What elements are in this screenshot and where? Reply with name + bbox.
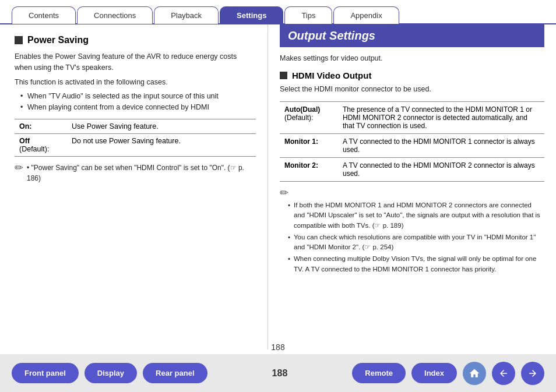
- output-settings-header: Output Settings: [280, 24, 544, 47]
- hdmi-notes: ✏ If both the HDMI MONITOR 1 and HDMI MO…: [280, 188, 544, 274]
- hdmi-table: Auto(Dual) (Default): The presence of a …: [280, 101, 544, 182]
- setting-label: Off (Default):: [15, 133, 67, 156]
- hdmi-setting-value: A TV connected to the HDMI MONITOR 1 con…: [338, 134, 544, 158]
- hdmi-video-output-title: HDMI Video Output: [280, 70, 544, 80]
- front-panel-button[interactable]: Front panel: [12, 363, 79, 383]
- setting-value: Do not use Power Saving feature.: [67, 133, 256, 156]
- main-content: Power Saving Enables the Power Saving fe…: [0, 24, 556, 349]
- tab-connections[interactable]: Connections: [77, 6, 153, 24]
- hdmi-note-item: You can check which resolutions are comp…: [288, 232, 544, 253]
- setting-value: Use Power Saving feature.: [67, 119, 256, 133]
- power-saving-intro1: Enables the Power Saving feature of the …: [15, 51, 256, 73]
- note-box: ✏ • "Power Saving" can be set when "HDMI…: [15, 163, 256, 183]
- hdmi-setting-value: The presence of a TV connected to the HD…: [338, 102, 544, 134]
- tab-contents[interactable]: Contents: [12, 6, 76, 24]
- hdmi-notes-list: If both the HDMI MONITOR 1 and HDMI MONI…: [280, 200, 544, 274]
- table-row: Monitor 1: A TV connected to the HDMI MO…: [280, 134, 544, 158]
- hdmi-note-item: If both the HDMI MONITOR 1 and HDMI MONI…: [288, 200, 544, 231]
- display-button[interactable]: Display: [85, 363, 137, 383]
- table-row: Off (Default): Do not use Power Saving f…: [15, 133, 256, 156]
- forward-button[interactable]: [521, 362, 544, 385]
- note-icon: ✏: [280, 188, 288, 198]
- back-button[interactable]: [492, 362, 515, 385]
- table-row: Auto(Dual) (Default): The presence of a …: [280, 102, 544, 134]
- hdmi-note-item: When connecting multiple Dolby Vision TV…: [288, 254, 544, 274]
- tab-settings[interactable]: Settings: [220, 6, 283, 24]
- power-saving-title: Power Saving: [15, 35, 256, 45]
- section-icon: [15, 36, 23, 44]
- right-panel: Output Settings Makes settings for video…: [268, 24, 556, 349]
- rear-panel-button[interactable]: Rear panel: [143, 363, 207, 383]
- hdmi-setting-label: Monitor 2:: [280, 158, 338, 182]
- tab-tips[interactable]: Tips: [284, 6, 332, 24]
- setting-label: On:: [15, 119, 67, 133]
- output-settings-intro: Makes settings for video output.: [280, 54, 544, 62]
- left-panel: Power Saving Enables the Power Saving fe…: [0, 24, 268, 349]
- power-saving-table: On: Use Power Saving feature. Off (Defau…: [15, 119, 256, 157]
- arrow-right-icon: [527, 368, 538, 379]
- hdmi-setting-label: Monitor 1:: [280, 134, 338, 158]
- bottom-navigation: Front panel Display Rear panel 188 Remot…: [0, 354, 556, 392]
- top-navigation: Contents Connections Playback Settings T…: [0, 0, 556, 24]
- table-row: Monitor 2: A TV connected to the HDMI MO…: [280, 158, 544, 182]
- tab-playback[interactable]: Playback: [154, 6, 219, 24]
- hdmi-setting-label: Auto(Dual) (Default):: [280, 102, 338, 134]
- bottom-nav-right: Remote Index: [352, 362, 544, 385]
- power-saving-label: Power Saving: [27, 35, 89, 45]
- home-button[interactable]: [463, 362, 486, 385]
- note-icon: ✏: [15, 163, 23, 173]
- page-number-bottom: 188: [272, 368, 288, 379]
- index-button[interactable]: Index: [411, 363, 457, 383]
- table-row: On: Use Power Saving feature.: [15, 119, 256, 133]
- bullet-item: When playing content from a device conne…: [20, 102, 256, 113]
- hdmi-setting-value: A TV connected to the HDMI MONITOR 2 con…: [338, 158, 544, 182]
- note-header: ✏: [280, 188, 544, 198]
- hdmi-section-icon: [280, 72, 287, 79]
- bottom-nav-left: Front panel Display Rear panel: [12, 363, 207, 383]
- power-saving-bullets: When "TV Audio" is selected as the input…: [15, 91, 256, 113]
- hdmi-video-output-label: HDMI Video Output: [292, 70, 371, 80]
- arrow-left-icon: [498, 368, 509, 379]
- bullet-item: When "TV Audio" is selected as the input…: [20, 91, 256, 102]
- power-saving-intro2: This function is activated in the follow…: [15, 77, 256, 88]
- tab-appendix[interactable]: Appendix: [333, 6, 399, 24]
- note-text: • "Power Saving" can be set when "HDMI C…: [27, 163, 256, 183]
- hdmi-intro: Select the HDMI monitor connector to be …: [280, 85, 544, 93]
- remote-button[interactable]: Remote: [352, 363, 406, 383]
- home-icon: [469, 368, 480, 379]
